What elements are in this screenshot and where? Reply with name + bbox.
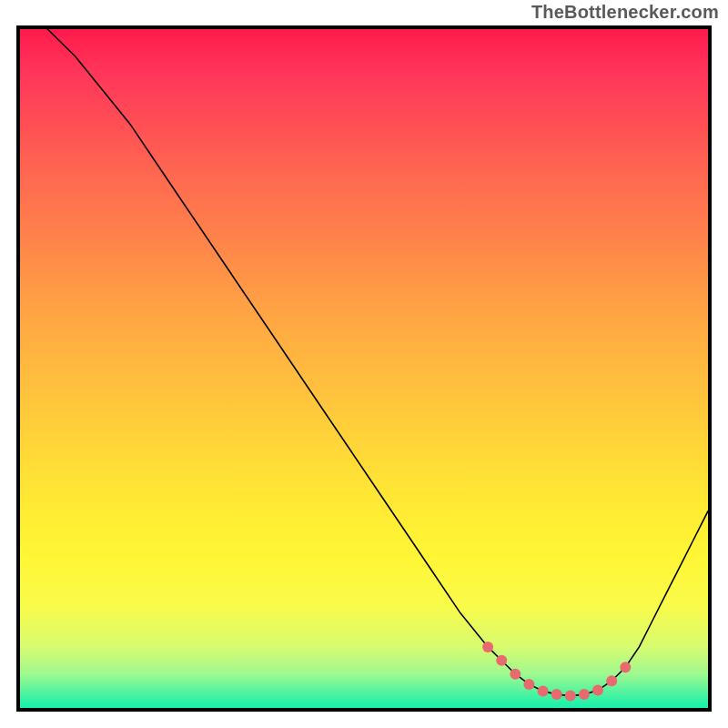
marker-dot <box>510 669 521 680</box>
bottleneck-curve-line <box>47 29 708 696</box>
marker-dot <box>565 691 576 702</box>
marker-dot <box>579 689 590 700</box>
marker-dot <box>496 655 507 666</box>
chart-overlay-svg <box>20 29 708 708</box>
marker-dot <box>482 642 493 652</box>
chart-container: TheBottlenecker.com <box>0 0 728 728</box>
marker-dot <box>620 662 631 672</box>
marker-dot <box>592 685 603 696</box>
marker-dot <box>551 689 562 700</box>
attribution-text: TheBottlenecker.com <box>531 2 719 23</box>
marker-dot <box>538 685 549 696</box>
optimal-range-markers <box>482 642 631 702</box>
marker-dot <box>523 679 534 690</box>
plot-frame <box>16 25 712 712</box>
marker-dot <box>606 675 617 686</box>
